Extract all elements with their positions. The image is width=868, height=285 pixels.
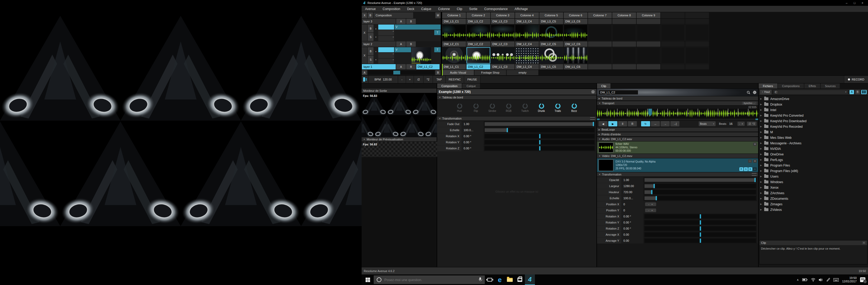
fullscreen-icon[interactable]: ⛶ xyxy=(748,159,752,163)
layer1-transition-button[interactable]: T xyxy=(434,47,441,52)
expand-arrow-icon[interactable]: ▶ xyxy=(760,158,762,161)
files-panel-tab[interactable]: Fichiers xyxy=(758,83,777,88)
clip-thumbnail[interactable] xyxy=(515,25,539,41)
wifi-icon[interactable] xyxy=(811,278,815,282)
beats-value[interactable]: 16 xyxy=(729,122,733,126)
bpm-double-button[interactable]: *2 xyxy=(424,76,433,83)
expand-arrow-icon[interactable]: ▶ xyxy=(760,136,762,139)
expand-arrow-icon[interactable]: ▶ xyxy=(760,198,762,200)
layer3-video-toggle[interactable]: V xyxy=(395,25,441,30)
crossfader-handle[interactable] xyxy=(393,71,400,74)
column-header[interactable]: Colonne 8 xyxy=(612,12,636,18)
clip-thumbnail[interactable] xyxy=(539,47,563,64)
search-input[interactable] xyxy=(384,278,476,282)
channel-toggle[interactable]: A xyxy=(753,167,757,171)
param-slider[interactable] xyxy=(644,232,757,238)
battery-icon[interactable] xyxy=(802,278,807,281)
crossfader-track[interactable] xyxy=(368,70,435,75)
folder-row[interactable]: ▶ Xerox xyxy=(758,185,868,190)
expand-arrow-icon[interactable]: ▶ xyxy=(760,203,762,205)
clip-thumbnail[interactable] xyxy=(442,47,466,64)
folder-row[interactable]: ▶ Zimages xyxy=(758,201,868,207)
composition-master-button[interactable]: M xyxy=(435,12,441,18)
folder-row[interactable]: ▶ Program Files (x86) xyxy=(758,168,868,174)
composition-bypass-button[interactable]: B xyxy=(368,12,373,18)
expand-arrow-icon[interactable]: ▶ xyxy=(760,153,762,155)
layer3-transition-button[interactable]: T xyxy=(434,30,441,35)
files-panel-tab[interactable]: Compositions xyxy=(778,83,804,88)
store-button[interactable] xyxy=(515,275,525,285)
channel-toggle[interactable]: B xyxy=(748,167,752,171)
remove-video-button[interactable]: ✕ xyxy=(753,159,757,163)
expand-arrow-icon[interactable]: ▶ xyxy=(760,131,762,133)
composition-dashboard-header[interactable]: ▼ Tableau de bord xyxy=(437,95,596,100)
layer2-label[interactable]: layer 2 xyxy=(362,41,396,47)
expand-arrow-icon[interactable]: ▶ xyxy=(760,192,762,194)
clip-name-cell[interactable]: DW_L2_C2 xyxy=(466,41,490,47)
clip-transform-header[interactable]: ▼ Transformation xyxy=(597,172,758,177)
expand-arrow-icon[interactable]: ▶ xyxy=(760,98,762,100)
folder-row[interactable]: ▶ ZDocuments xyxy=(758,196,868,201)
tray-chevron-icon[interactable]: ∧ xyxy=(797,278,799,282)
record-button[interactable]: RECORD xyxy=(844,76,868,83)
gear-icon[interactable] xyxy=(753,91,756,94)
clip-name-cell[interactable]: DW_L1_C3 xyxy=(491,64,515,69)
minimize-button[interactable]: – xyxy=(843,1,850,4)
layer1-label[interactable]: layer 1 xyxy=(362,64,396,69)
composition-x-button[interactable]: X xyxy=(362,12,367,18)
param-value[interactable]: 0.00 ° xyxy=(621,213,644,219)
play-once-button[interactable]: → xyxy=(661,121,670,127)
param-value[interactable]: 720.00 xyxy=(621,189,644,195)
folder-row[interactable]: ▶ OneDrive xyxy=(758,151,868,157)
param-value[interactable]: 0.00 ° xyxy=(621,220,644,225)
clip-name-cell[interactable]: DW_L3_C6 xyxy=(564,19,587,24)
param-slider[interactable] xyxy=(644,220,757,225)
start-button[interactable] xyxy=(362,275,374,285)
column-header[interactable]: Colonne 9 xyxy=(637,12,660,18)
menu-item[interactable]: Avenue xyxy=(362,6,379,12)
search-icon[interactable] xyxy=(747,91,750,94)
layer3-a-button[interactable]: A xyxy=(396,19,406,24)
expand-arrow-icon[interactable]: ▶ xyxy=(760,126,762,128)
layer1-bypass-button[interactable]: B xyxy=(368,47,373,55)
clip-name-cell[interactable]: DW_L1_C1 xyxy=(442,64,466,69)
metronome-icon[interactable] xyxy=(362,76,369,83)
param-value[interactable]: 0.00 xyxy=(621,238,644,244)
param-slider[interactable] xyxy=(644,177,757,183)
param-slider[interactable] xyxy=(644,238,757,244)
deck-tab[interactable]: empty xyxy=(507,70,538,75)
folder-row[interactable]: ▶ Intel xyxy=(758,107,868,113)
task-view-button[interactable] xyxy=(485,275,495,285)
expand-arrow-icon[interactable]: ▶ xyxy=(760,186,762,189)
clip-name-cell[interactable]: DW_L2_C5 xyxy=(539,41,563,47)
play-backward-button[interactable]: ◀ xyxy=(598,121,608,127)
clip-name-cell[interactable]: DW_L1_C5 xyxy=(539,64,563,69)
layer3-bypass-button[interactable]: B xyxy=(368,25,373,32)
layer3-blend-stack[interactable] xyxy=(378,24,394,41)
loop-mode-button[interactable]: ↻ xyxy=(641,121,650,127)
layer3-up-arrow[interactable]: ▲ xyxy=(374,24,378,33)
param-slider[interactable] xyxy=(644,213,757,219)
folder-row[interactable]: ▶ Program Files xyxy=(758,163,868,168)
play-button[interactable]: ▶ xyxy=(608,121,617,127)
column-header[interactable]: Colonne 6 xyxy=(564,12,587,18)
layer1-a-button[interactable]: A xyxy=(396,64,406,69)
param-value[interactable]: 0 xyxy=(621,207,644,213)
layer1-solo-button[interactable]: S xyxy=(368,56,373,64)
param-slider[interactable] xyxy=(644,183,757,189)
clip-thumbnail[interactable] xyxy=(466,47,490,64)
column-header[interactable]: Colonne 2 xyxy=(466,12,490,18)
clip-name-cell[interactable]: DW_L2_C6 xyxy=(564,41,587,47)
menu-item[interactable]: Clip xyxy=(453,6,466,12)
channel-toggle[interactable]: R xyxy=(739,167,743,171)
param-slider[interactable] xyxy=(644,226,757,231)
dashboard-knob[interactable]: RGB xyxy=(502,103,516,112)
close-icon[interactable]: ✕ xyxy=(862,241,866,244)
layer3-label[interactable]: layer 3 xyxy=(362,19,396,24)
folder-row[interactable]: ▶ ZArchives xyxy=(758,190,868,196)
clip-name-input[interactable] xyxy=(598,90,638,95)
column-header[interactable]: Colonne 5 xyxy=(539,12,563,18)
files-panel-tab[interactable]: Effets xyxy=(804,83,820,88)
folder-row[interactable]: ▶ ZVideos xyxy=(758,207,868,212)
layer3-solo-button[interactable]: S xyxy=(368,33,373,41)
